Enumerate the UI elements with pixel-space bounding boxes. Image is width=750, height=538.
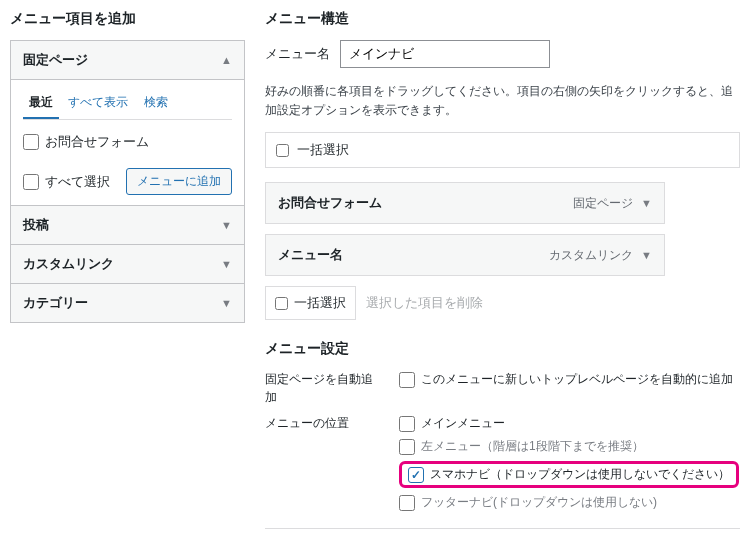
location-text: スマホナビ（ドロップダウンは使用しないでください）: [430, 466, 730, 483]
chevron-up-icon: ▲: [221, 54, 232, 66]
menu-item[interactable]: メニュー名 カスタムリンク ▼: [265, 234, 665, 276]
location-left-menu[interactable]: 左メニュー（階層は1段階下までを推奨）: [399, 435, 740, 458]
auto-add-text: このメニューに新しいトップレベルページを自動的に追加: [421, 371, 733, 388]
add-to-menu-button[interactable]: メニューに追加: [126, 168, 232, 195]
bulk-select-top-label: 一括選択: [297, 141, 349, 159]
select-all-checkbox[interactable]: [23, 174, 39, 190]
select-all-label: すべて選択: [45, 173, 110, 191]
menu-name-label: メニュー名: [265, 45, 330, 63]
add-items-heading: メニュー項目を追加: [10, 10, 245, 28]
bulk-select-bottom-label: 一括選択: [294, 294, 346, 312]
page-item-checkbox[interactable]: [23, 134, 39, 150]
bulk-select-bottom-checkbox[interactable]: [275, 297, 288, 310]
posts-accordion-header[interactable]: 投稿 ▼: [11, 206, 244, 244]
pages-title: 固定ページ: [23, 51, 88, 69]
menu-location-label: メニューの位置: [265, 412, 383, 432]
categories-title: カテゴリー: [23, 294, 88, 312]
location-smartphone-highlight: ✓ スマホナビ（ドロップダウンは使用しないでください）: [399, 461, 739, 488]
location-checkbox[interactable]: [399, 495, 415, 511]
location-text: 左メニュー（階層は1段階下までを推奨）: [421, 438, 644, 455]
tab-all[interactable]: すべて表示: [62, 90, 134, 117]
chevron-down-icon[interactable]: ▼: [641, 197, 652, 209]
location-footer-nav[interactable]: フッターナビ(ドロップダウンは使用しない): [399, 491, 740, 514]
page-item-contact[interactable]: お問合せフォーム: [23, 130, 232, 154]
menu-item[interactable]: お問合せフォーム 固定ページ ▼: [265, 182, 665, 224]
menu-structure-heading: メニュー構造: [265, 10, 740, 28]
chevron-down-icon: ▼: [221, 258, 232, 270]
auto-add-label: 固定ページを自動追加: [265, 368, 383, 406]
posts-title: 投稿: [23, 216, 49, 234]
menu-item-type: カスタムリンク: [549, 247, 633, 264]
bulk-select-top-checkbox[interactable]: [276, 144, 289, 157]
page-item-label: お問合せフォーム: [45, 133, 149, 151]
select-all-pages[interactable]: すべて選択: [23, 170, 110, 194]
drag-help-text: 好みの順番に各項目をドラッグしてください。項目の右側の矢印をクリックすると、追加…: [265, 82, 740, 120]
chevron-down-icon: ▼: [221, 297, 232, 309]
menu-settings-heading: メニュー設定: [265, 340, 740, 358]
menu-name-input[interactable]: [340, 40, 550, 68]
remove-selected-link[interactable]: 選択した項目を削除: [366, 294, 483, 312]
location-text: フッターナビ(ドロップダウンは使用しない): [421, 494, 657, 511]
location-checkbox[interactable]: [399, 416, 415, 432]
location-main-menu[interactable]: メインメニュー: [399, 412, 740, 435]
location-checkbox-checked[interactable]: ✓: [408, 467, 424, 483]
auto-add-option[interactable]: このメニューに新しいトップレベルページを自動的に追加: [399, 368, 740, 391]
menu-item-title: メニュー名: [278, 246, 343, 264]
menu-item-type: 固定ページ: [573, 195, 633, 212]
custom-links-accordion-header[interactable]: カスタムリンク ▼: [11, 245, 244, 283]
categories-accordion-header[interactable]: カテゴリー ▼: [11, 284, 244, 322]
tab-recent[interactable]: 最近: [23, 90, 59, 119]
chevron-down-icon: ▼: [221, 219, 232, 231]
auto-add-checkbox[interactable]: [399, 372, 415, 388]
tab-search[interactable]: 検索: [138, 90, 174, 117]
chevron-down-icon[interactable]: ▼: [641, 249, 652, 261]
location-text: メインメニュー: [421, 415, 505, 432]
pages-accordion-header[interactable]: 固定ページ ▲: [11, 41, 244, 80]
menu-item-title: お問合せフォーム: [278, 194, 382, 212]
custom-links-title: カスタムリンク: [23, 255, 114, 273]
location-checkbox[interactable]: [399, 439, 415, 455]
